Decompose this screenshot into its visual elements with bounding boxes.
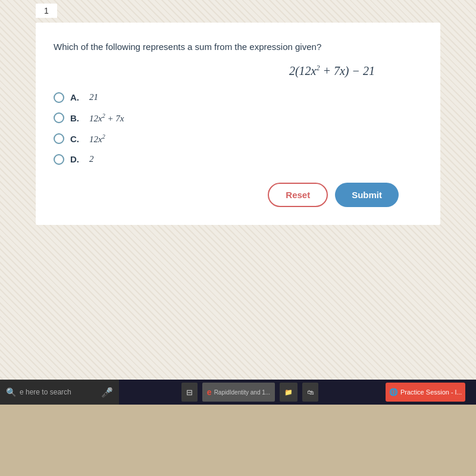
taskbar-right: 🌐 Practice Session - l...: [381, 383, 476, 402]
taskbar-edge-btn[interactable]: e RapidIdentity and 1...: [202, 383, 275, 402]
option-value-d: 2: [89, 154, 94, 164]
window-icon: ⊟: [186, 388, 193, 397]
taskbar-search[interactable]: 🔍 e here to search 🎤: [0, 380, 119, 405]
main-content: 1 Which of the following represents a su…: [0, 0, 476, 405]
practice-session-label: Practice Session - l...: [400, 389, 462, 396]
edge-label: RapidIdentity and 1...: [214, 389, 271, 396]
option-value-a: 21: [89, 92, 98, 102]
search-icon: 🔍: [6, 387, 16, 397]
edge-icon: e: [207, 387, 212, 397]
files-icon: 📁: [284, 389, 293, 396]
option-value-c: 12x2: [89, 133, 105, 145]
option-label-d: D.: [70, 154, 83, 164]
option-label-c: C.: [70, 134, 83, 144]
taskbar-window-btn[interactable]: ⊟: [181, 383, 198, 402]
taskbar-center: ⊟ e RapidIdentity and 1... 📁 🛍: [119, 380, 381, 405]
radio-c[interactable]: [54, 133, 64, 144]
option-value-b: 12x2 + 7x: [89, 112, 124, 124]
taskbar: 🔍 e here to search 🎤 ⊟ e RapidIdentity a…: [0, 380, 476, 405]
question-wrapper: Which of the following represents a sum …: [54, 35, 422, 207]
reset-button[interactable]: Reset: [268, 183, 328, 207]
option-label-a: A.: [70, 92, 83, 102]
option-d[interactable]: D. 2: [54, 154, 422, 165]
expression: 2(12x2 + 7x) − 21: [54, 64, 422, 78]
radio-d[interactable]: [54, 154, 64, 165]
taskbar-files-btn[interactable]: 📁: [280, 383, 298, 402]
option-b[interactable]: B. 12x2 + 7x: [54, 112, 422, 124]
store-icon: 🛍: [307, 389, 314, 396]
practice-icon: 🌐: [389, 388, 398, 396]
radio-b[interactable]: [54, 112, 64, 123]
taskbar-search-placeholder: e here to search: [20, 388, 71, 396]
practice-session-btn[interactable]: 🌐 Practice Session - l...: [386, 383, 465, 402]
submit-button[interactable]: Submit: [335, 183, 399, 207]
option-a[interactable]: A. 21: [54, 92, 422, 103]
options-list: A. 21 B. 12x2 + 7x C. 12x2: [54, 92, 422, 165]
taskbar-store-btn[interactable]: 🛍: [302, 383, 318, 402]
question-number: 1: [36, 4, 57, 18]
question-text: Which of the following represents a sum …: [54, 40, 422, 53]
action-buttons: Reset Submit: [54, 183, 422, 207]
radio-a[interactable]: [54, 92, 64, 103]
question-background: 1 Which of the following represents a su…: [0, 0, 476, 405]
option-c[interactable]: C. 12x2: [54, 133, 422, 145]
mic-icon: 🎤: [101, 387, 113, 398]
option-label-b: B.: [70, 113, 83, 123]
question-card: 1 Which of the following represents a su…: [36, 23, 440, 225]
